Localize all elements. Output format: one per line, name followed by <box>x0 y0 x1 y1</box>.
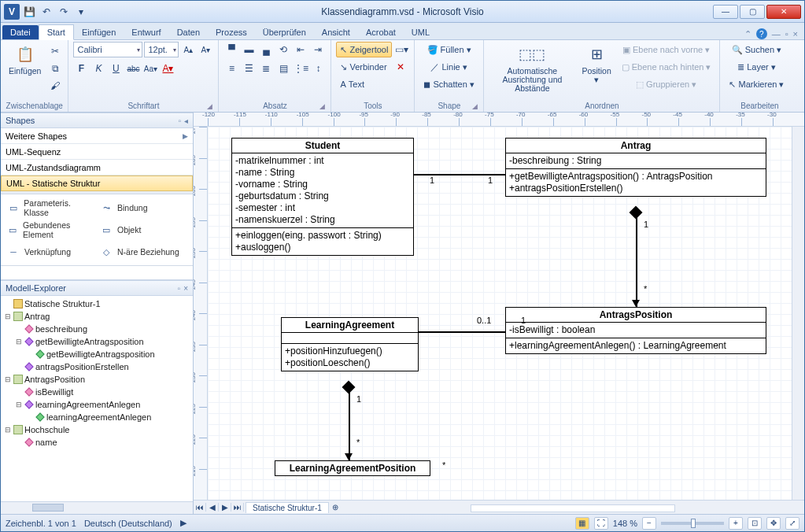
group-button[interactable]: ⬚Gruppieren▾ <box>618 76 715 92</box>
tab-data[interactable]: Daten <box>169 25 208 39</box>
tab-file[interactable]: Datei <box>2 25 39 39</box>
align-center-button[interactable]: ☰ <box>241 61 257 76</box>
comp-antrag-antragspos[interactable] <box>636 213 637 307</box>
copy-button[interactable]: ⧉ <box>47 61 63 76</box>
uml-class-antragsposition[interactable]: AntragsPosition -isBewilligt : boolean +… <box>505 307 766 354</box>
uml-class-learningagreement[interactable]: LearningAgreement +positionHinzufuegen()… <box>281 317 419 371</box>
zoom-fit-icon[interactable]: ⛶ <box>594 517 608 530</box>
tab-uml[interactable]: UML <box>404 25 438 39</box>
position-button[interactable]: ⊞ Position▾ <box>578 42 614 86</box>
cut-button[interactable]: ✂ <box>47 43 63 59</box>
shapes-cat-static[interactable]: UML - Statische Struktur <box>1 175 193 191</box>
connector-tool-button[interactable]: ↘Verbinder <box>336 59 390 75</box>
comp-la-lap[interactable] <box>349 388 350 460</box>
justify-button[interactable]: ▤ <box>275 61 291 76</box>
modelexp-opts-icon[interactable]: ▫ <box>178 284 181 293</box>
shape-binding[interactable]: ⤳Bindung <box>98 198 188 218</box>
page-tab[interactable]: Statische Struktur-1 <box>246 502 329 513</box>
tree-antragerstellen[interactable]: antragsPositionErstellen <box>15 360 191 373</box>
font-color-button[interactable]: A▾ <box>160 61 175 76</box>
tab-review[interactable]: Überprüfen <box>255 25 314 39</box>
uml-class-lap[interactable]: LearningAgreementPosition <box>275 460 430 476</box>
strike-button[interactable]: abc <box>125 61 141 76</box>
tree-laanlegen-ret[interactable]: learningAgreementAnlegen <box>26 411 191 423</box>
tree-name[interactable]: name <box>15 436 191 449</box>
shape-bound-elem[interactable]: ▭Gebundenes Element <box>6 220 95 240</box>
orientation-button[interactable]: ⟲ <box>275 42 291 57</box>
uml-class-antrag[interactable]: Antrag -beschreibung : String +getBewill… <box>505 138 766 197</box>
shadow-button[interactable]: ◼Schatten▾ <box>419 76 478 92</box>
text-tool-button[interactable]: AText <box>336 76 368 92</box>
tree-laanlegen[interactable]: ⊟learningAgreementAnlegen <box>15 398 191 411</box>
minimize-button[interactable]: — <box>713 5 738 19</box>
align-middle-button[interactable]: ▬ <box>241 42 257 57</box>
send-back-button[interactable]: ▢Ebene nach hinten▾ <box>618 59 715 75</box>
tree-isbewilligt[interactable]: isBewilligt <box>15 386 191 398</box>
italic-button[interactable]: K <box>90 61 106 76</box>
align-top-button[interactable]: ▀ <box>223 42 239 57</box>
tab-view[interactable]: Ansicht <box>314 25 358 39</box>
close-button[interactable]: ✕ <box>766 5 801 19</box>
shapes-pane-opts-icon[interactable]: ▫ <box>178 116 181 125</box>
qat-save-icon[interactable]: 💾 <box>21 4 37 20</box>
tab-design[interactable]: Entwurf <box>124 25 168 39</box>
fullscreen-icon[interactable]: ⤢ <box>785 517 799 530</box>
tab-process[interactable]: Prozess <box>208 25 255 39</box>
bullets-button[interactable]: ⋮≡ <box>293 61 308 76</box>
rect-tool-button[interactable]: ▭▾ <box>393 42 409 57</box>
indent-dec-button[interactable]: ⇤ <box>293 42 308 57</box>
fit-page-icon[interactable]: ⊡ <box>748 517 762 530</box>
align-right-button[interactable]: ≣ <box>258 61 274 76</box>
connect-point-button[interactable]: ✕ <box>393 59 408 75</box>
tree-getbewilligte-ret[interactable]: getBewilligteAntragsposition <box>26 348 191 360</box>
pan-icon[interactable]: ✥ <box>766 517 781 530</box>
zoom-value[interactable]: 148 % <box>613 519 637 528</box>
case-button[interactable]: Aa▾ <box>142 61 158 76</box>
assoc-la-antragspos[interactable] <box>419 331 505 333</box>
mdi-restore-icon[interactable]: ▫ <box>785 29 788 39</box>
tree-hscroll[interactable] <box>1 501 193 514</box>
align-left-button[interactable]: ≡ <box>223 61 239 76</box>
format-painter-button[interactable]: 🖌 <box>47 78 63 94</box>
tab-start[interactable]: Start <box>39 24 74 40</box>
paragraph-dialog-icon[interactable]: ◢ <box>318 102 326 110</box>
tree-root[interactable]: Statische Struktur-1 <box>4 297 191 310</box>
shape-link[interactable]: ─Verknüpfung <box>6 242 95 262</box>
auto-arrange-button[interactable]: ⬚⬚ Automatische Ausrichtung und Abstände <box>489 42 575 94</box>
find-button[interactable]: 🔍Suchen▾ <box>725 42 788 57</box>
page-first-icon[interactable]: ⏮ <box>194 503 206 512</box>
qat-redo-icon[interactable]: ↷ <box>56 4 72 20</box>
underline-button[interactable]: U <box>108 61 124 76</box>
indent-inc-button[interactable]: ⇥ <box>310 42 326 57</box>
mdi-min-icon[interactable]: — <box>772 29 781 39</box>
page-prev-icon[interactable]: ◀ <box>206 503 219 512</box>
shape-param-class[interactable]: ▭Parameteris. Klasse <box>6 198 95 218</box>
shapes-cat-state[interactable]: UML-Zustandsdiagramm <box>1 160 193 175</box>
shape-object[interactable]: ▭Objekt <box>98 220 188 240</box>
status-macro-icon[interactable]: ▶ <box>180 518 186 528</box>
shrink-font-button[interactable]: A▾ <box>198 42 213 57</box>
qat-undo-icon[interactable]: ↶ <box>39 4 54 20</box>
align-bottom-button[interactable]: ▄ <box>258 42 274 57</box>
page-next-icon[interactable]: ▶ <box>219 503 231 512</box>
bring-front-button[interactable]: ▣Ebene nach vorne▾ <box>618 42 715 57</box>
page-last-icon[interactable]: ⏭ <box>231 503 244 512</box>
font-dialog-icon[interactable]: ◢ <box>205 102 213 110</box>
help-icon[interactable]: ? <box>756 28 767 39</box>
font-size-combo[interactable]: 12pt. <box>144 42 179 57</box>
uml-class-student[interactable]: Student -matrikelnummer : int -name : St… <box>231 138 414 256</box>
tree-getbewilligte[interactable]: ⊟getBewilligteAntragsposition <box>15 335 191 348</box>
zoom-slider[interactable] <box>661 522 724 525</box>
ribbon-min-icon[interactable]: ⌃ <box>744 29 751 39</box>
tree-antragspos[interactable]: ⊟AntragsPosition <box>4 373 191 386</box>
shapes-pane-collapse-icon[interactable]: ◂ <box>184 116 188 125</box>
line-button[interactable]: ／Linie▾ <box>419 59 478 75</box>
zoom-out-button[interactable]: − <box>642 517 656 530</box>
tab-acrobat[interactable]: Acrobat <box>358 25 404 39</box>
presentation-icon[interactable]: ▦ <box>575 517 589 530</box>
fill-button[interactable]: 🪣Füllen▾ <box>419 42 478 57</box>
modelexp-close-icon[interactable]: × <box>183 284 188 293</box>
status-lang[interactable]: Deutsch (Deutschland) <box>84 519 172 528</box>
layer-button[interactable]: ≣Layer▾ <box>725 59 788 75</box>
tree-hochschule[interactable]: ⊟Hochschule <box>4 423 191 436</box>
